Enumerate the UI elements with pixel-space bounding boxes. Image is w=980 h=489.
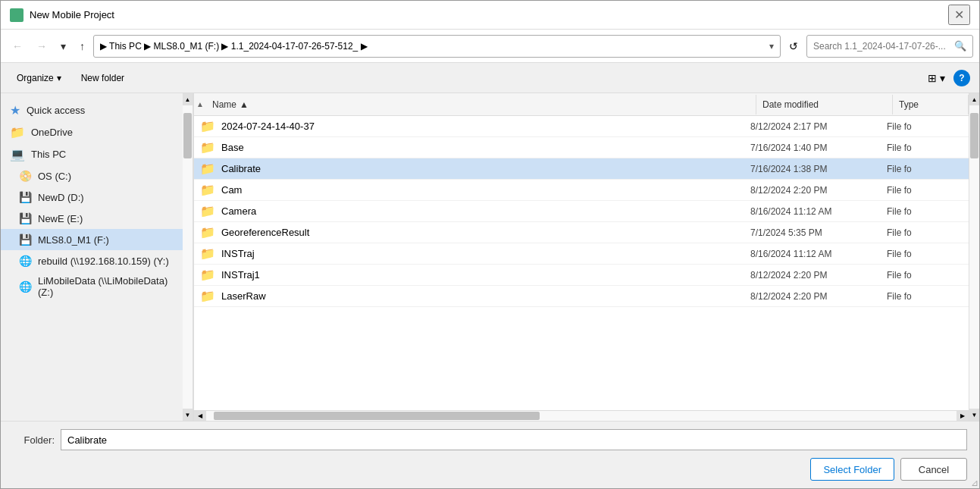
toolbar: Organize ▾ New folder ⊞ ▾ ? xyxy=(1,63,979,93)
file-scroll-down[interactable]: ▼ xyxy=(969,409,979,421)
new-folder-label: New folder xyxy=(81,73,124,83)
nav-bar: ← → ▾ ↑ ▶ This PC ▶ MLS8.0_M1 (F:) ▶ 1.1… xyxy=(1,30,979,63)
file-scroll-thumb[interactable] xyxy=(970,113,978,158)
forward-button[interactable]: → xyxy=(31,36,52,56)
h-scroll-thumb[interactable] xyxy=(214,412,540,420)
sidebar-item-rebuild-y[interactable]: 🌐rebuild (\\192.168.10.159) (Y:) xyxy=(1,250,183,271)
file-type-0: File fo xyxy=(887,121,963,132)
search-icon: 🔍 xyxy=(954,40,966,52)
sidebar-label-quick-access: Quick access xyxy=(27,105,85,116)
main-content: ★Quick access📁OneDrive💻This PC📀OS (C:)💾N… xyxy=(1,93,979,421)
sidebar-scrollbar: ▲ ▼ xyxy=(183,93,193,421)
file-name-8: LaserRaw xyxy=(221,290,266,302)
file-date-1: 7/16/2024 1:40 PM xyxy=(750,143,887,153)
file-list: 📁 2024-07-24-14-40-37 8/12/2024 2:17 PM … xyxy=(194,116,969,410)
file-scrollbar: ▲ ▼ xyxy=(969,93,979,421)
title-bar: New Mobile Project ✕ xyxy=(1,1,979,30)
sidebar-label-newe-e: NewE (E:) xyxy=(38,213,83,224)
view-icon: ⊞ xyxy=(928,72,937,84)
file-name-1: Base xyxy=(221,142,244,153)
file-scroll-track xyxy=(969,105,979,409)
refresh-button[interactable]: ↺ xyxy=(784,37,803,55)
file-type-2: File fo xyxy=(887,164,963,174)
bottom-area: Folder: Select Folder Cancel xyxy=(1,421,979,488)
address-dropdown-icon[interactable]: ▾ xyxy=(769,41,774,52)
sidebar-item-quick-access[interactable]: ★Quick access xyxy=(1,99,183,121)
up-button[interactable]: ↑ xyxy=(74,36,90,56)
col-name-header[interactable]: Name ▲ xyxy=(206,95,756,114)
file-type-1: File fo xyxy=(887,143,963,153)
file-panel: ▲ Name ▲ Date modified Type xyxy=(194,93,969,421)
sidebar-label-mls8-f: MLS8.0_M1 (F:) xyxy=(38,234,109,246)
nav-dropdown-button[interactable]: ▾ xyxy=(55,36,71,56)
sidebar-item-onedrive[interactable]: 📁OneDrive xyxy=(1,121,183,143)
sidebar-item-newd-d[interactable]: 💾NewD (D:) xyxy=(1,187,183,208)
table-row[interactable]: 📁 2024-07-24-14-40-37 8/12/2024 2:17 PM … xyxy=(194,116,969,137)
table-row[interactable]: 📁 INSTraj1 8/12/2024 2:20 PM File fo xyxy=(194,265,969,286)
file-scroll-up[interactable]: ▲ xyxy=(969,93,979,105)
table-row[interactable]: 📁 Cam 8/12/2024 2:20 PM File fo xyxy=(194,180,969,201)
table-row[interactable]: 📁 Calibrate 7/16/2024 1:38 PM File fo xyxy=(194,158,969,180)
file-date-2: 7/16/2024 1:38 PM xyxy=(750,164,887,174)
file-type-5: File fo xyxy=(887,227,963,238)
col-date-header[interactable]: Date modified xyxy=(756,95,893,114)
sort-indicator: ▲ xyxy=(240,99,249,110)
table-row[interactable]: 📁 Camera 8/16/2024 11:12 AM File fo xyxy=(194,201,969,222)
dialog-title: New Mobile Project xyxy=(30,9,948,20)
app-icon xyxy=(10,8,23,22)
dialog: New Mobile Project ✕ ← → ▾ ↑ ▶ This PC ▶… xyxy=(0,0,980,489)
file-date-8: 8/12/2024 2:20 PM xyxy=(750,291,887,302)
file-main: ▲ Name ▲ Date modified Type xyxy=(194,93,979,421)
new-folder-button[interactable]: New folder xyxy=(74,70,131,86)
folder-icon-3: 📁 xyxy=(200,183,215,197)
folder-icon-4: 📁 xyxy=(200,204,215,218)
sidebar-item-limobile-z[interactable]: 🌐LiMobileData (\\LiMobileData) (Z:) xyxy=(1,271,183,302)
scroll-up-indicator: ▲ xyxy=(194,93,206,116)
h-scroll-left[interactable]: ◀ xyxy=(194,411,206,421)
resize-handle[interactable]: ⊿ xyxy=(971,478,978,487)
sidebar-item-this-pc[interactable]: 💻This PC xyxy=(1,143,183,165)
help-button[interactable]: ? xyxy=(953,70,970,86)
col-type-header[interactable]: Type xyxy=(893,95,969,114)
organize-arrow: ▾ xyxy=(57,73,61,83)
sidebar-scroll-down[interactable]: ▼ xyxy=(183,409,193,421)
sidebar-label-rebuild-y: rebuild (\\192.168.10.159) (Y:) xyxy=(38,255,169,267)
sidebar-item-mls8-f[interactable]: 💾MLS8.0_M1 (F:) xyxy=(1,229,183,250)
sidebar: ★Quick access📁OneDrive💻This PC📀OS (C:)💾N… xyxy=(1,93,183,421)
file-row-name-5: 📁 GeoreferenceResult xyxy=(200,225,750,240)
sidebar-item-os-c[interactable]: 📀OS (C:) xyxy=(1,165,183,187)
organize-button[interactable]: Organize ▾ xyxy=(10,70,68,86)
folder-icon-6: 📁 xyxy=(200,246,215,261)
file-name-2: Calibrate xyxy=(221,163,261,174)
file-type-4: File fo xyxy=(887,206,963,217)
address-bar[interactable]: ▶ This PC ▶ MLS8.0_M1 (F:) ▶ 1.1_2024-04… xyxy=(93,35,781,58)
file-row-name-4: 📁 Camera xyxy=(200,204,750,218)
breadcrumb-text: ▶ This PC ▶ MLS8.0_M1 (F:) ▶ 1.1_2024-04… xyxy=(100,41,368,52)
table-row[interactable]: 📁 GeoreferenceResult 7/1/2024 5:35 PM Fi… xyxy=(194,222,969,243)
sidebar-label-os-c: OS (C:) xyxy=(38,171,71,182)
table-row[interactable]: 📁 INSTraj 8/16/2024 11:12 AM File fo xyxy=(194,243,969,265)
cancel-button[interactable]: Cancel xyxy=(900,458,967,481)
file-date-6: 8/16/2024 11:12 AM xyxy=(750,249,887,259)
folder-label: Folder: xyxy=(13,434,55,446)
back-button[interactable]: ← xyxy=(7,36,28,56)
table-row[interactable]: 📁 Base 7/16/2024 1:40 PM File fo xyxy=(194,137,969,158)
file-header: ▲ Name ▲ Date modified Type xyxy=(194,93,969,116)
search-input[interactable] xyxy=(813,41,954,52)
view-button[interactable]: ⊞ ▾ xyxy=(922,69,950,87)
sidebar-icon-this-pc: 💻 xyxy=(10,147,25,161)
h-scroll-right[interactable]: ▶ xyxy=(957,411,969,421)
table-row[interactable]: 📁 LaserRaw 8/12/2024 2:20 PM File fo xyxy=(194,286,969,307)
file-row-name-8: 📁 LaserRaw xyxy=(200,289,750,303)
folder-input[interactable] xyxy=(61,429,967,450)
sidebar-scroll-thumb[interactable] xyxy=(183,113,192,158)
sidebar-scroll-up[interactable]: ▲ xyxy=(183,93,193,105)
file-date-5: 7/1/2024 5:35 PM xyxy=(750,227,887,238)
close-button[interactable]: ✕ xyxy=(948,5,970,25)
folder-icon-2: 📁 xyxy=(200,161,215,176)
file-name-6: INSTraj xyxy=(221,248,255,259)
sidebar-item-newe-e[interactable]: 💾NewE (E:) xyxy=(1,208,183,229)
file-row-name-1: 📁 Base xyxy=(200,140,750,155)
select-folder-button[interactable]: Select Folder xyxy=(810,458,894,481)
file-row-name-7: 📁 INSTraj1 xyxy=(200,268,750,282)
